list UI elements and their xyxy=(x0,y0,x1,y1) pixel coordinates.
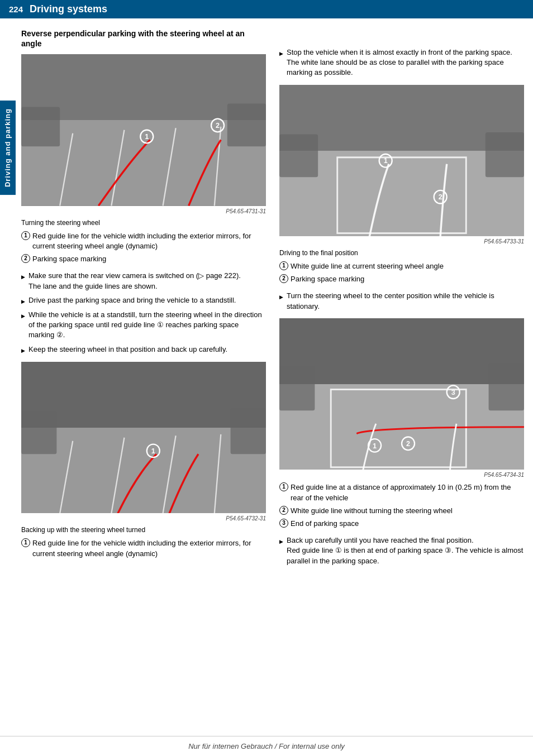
svg-rect-40 xyxy=(279,366,315,410)
right-list-item-1: 1 White guide line at current steering w… xyxy=(279,261,524,271)
svg-rect-21 xyxy=(231,408,266,454)
bullet-item-2: Drive past the parking space and bring t… xyxy=(21,295,266,306)
bullet-text-4: Keep the steering wheel in that position… xyxy=(28,344,227,355)
left-column: Reverse perpendicular parking with the s… xyxy=(21,28,266,570)
right-list-item-1-text: White guide line at current steering whe… xyxy=(291,261,524,271)
page-title: Driving systems xyxy=(30,3,107,15)
svg-rect-30 xyxy=(486,132,524,177)
sub-caption-1: Turning the steering wheel xyxy=(21,219,266,227)
right-list-item-2-text: Parking space marking xyxy=(291,274,524,284)
svg-rect-41 xyxy=(489,363,524,410)
list-item-3-text: Red guide line for the vehicle width inc… xyxy=(32,538,266,558)
camera-image-2: 1 xyxy=(21,362,266,514)
bullet-item-1: Make sure that the rear view camera is s… xyxy=(21,271,266,291)
img4-label: P54.65-4734-31 xyxy=(279,472,524,478)
right-bullet-icon-3 xyxy=(279,536,283,546)
right-list-item-3-text: Red guide line at a distance of approxim… xyxy=(291,482,524,503)
num-circle-1: 1 xyxy=(21,231,30,240)
right-num-4: 2 xyxy=(279,506,288,515)
right-column: Stop the vehicle when it is almost exact… xyxy=(279,28,524,570)
right-list-item-4: 2 White guide line without turning the s… xyxy=(279,506,524,516)
bullet-text-3: While the vehicle is at a standstill, tu… xyxy=(28,310,266,341)
page-number: 224 xyxy=(9,4,23,14)
camera-image-1: 1 2 xyxy=(21,54,266,206)
bullet-item-3: While the vehicle is at a standstill, tu… xyxy=(21,310,266,341)
right-list-item-4-text: White guide line without turning the ste… xyxy=(291,506,524,516)
list-item-3: 1 Red guide line for the vehicle width i… xyxy=(21,538,266,558)
list-item-2-text: Parking space marking xyxy=(32,254,266,264)
img1-label: P54.65-4731-31 xyxy=(21,208,266,214)
svg-text:2: 2 xyxy=(406,439,410,448)
right-list-item-5: 3 End of parking space xyxy=(279,519,524,529)
svg-text:1: 1 xyxy=(373,441,377,449)
svg-rect-12 xyxy=(21,362,266,428)
list-item-1-text: Red guide line for the vehicle width inc… xyxy=(32,231,266,251)
right-bullet-1: Stop the vehicle when it is almost exact… xyxy=(279,47,524,78)
header-bar: 224 Driving systems xyxy=(0,0,533,18)
right-bullet-3: Back up carefully until you have reached… xyxy=(279,535,524,566)
right-bullet-2: Turn the steering wheel to the center po… xyxy=(279,291,524,311)
right-num-1: 1 xyxy=(279,261,288,270)
bullet-icon-3 xyxy=(21,310,25,320)
page-wrapper: 224 Driving systems Driving and parking … xyxy=(0,0,533,756)
camera-image-3: 1 2 xyxy=(279,85,524,237)
num-circle-3: 1 xyxy=(21,538,30,547)
right-list-item-5-text: End of parking space xyxy=(291,519,524,529)
side-tab: Driving and parking xyxy=(0,101,16,195)
list-item-1: 1 Red guide line for the vehicle width i… xyxy=(21,231,266,251)
bullet-icon-2 xyxy=(21,296,25,306)
svg-text:1: 1 xyxy=(151,447,155,455)
bullet-item-4: Keep the steering wheel in that position… xyxy=(21,344,266,355)
right-list-item-2: 2 Parking space marking xyxy=(279,274,524,284)
svg-text:1: 1 xyxy=(384,156,388,165)
right-bullet-text-1: Stop the vehicle when it is almost exact… xyxy=(287,47,524,78)
sub-caption-3: Driving to the final position xyxy=(279,249,524,257)
img3-label: P54.65-4733-31 xyxy=(279,238,524,245)
right-bullet-icon-2 xyxy=(279,291,283,302)
svg-text:2: 2 xyxy=(439,193,442,201)
bullet-icon-4 xyxy=(21,345,25,355)
right-bullet-text-3: Back up carefully until you have reached… xyxy=(287,535,524,566)
svg-text:2: 2 xyxy=(216,121,220,130)
camera-image-4: 1 2 3 xyxy=(279,318,524,470)
right-num-2: 2 xyxy=(279,274,288,283)
section-title: Reverse perpendicular parking with the s… xyxy=(21,28,266,49)
svg-text:3: 3 xyxy=(451,388,455,396)
bullet-icon-1 xyxy=(21,271,25,281)
svg-rect-29 xyxy=(279,134,318,177)
svg-rect-11 xyxy=(227,104,266,147)
bullet-text-2: Drive past the parking space and bring t… xyxy=(28,295,236,305)
sub-caption-2: Backing up with the steering wheel turne… xyxy=(21,526,266,534)
right-bullet-text-2: Turn the steering wheel to the center po… xyxy=(287,291,524,311)
img2-label: P54.65-4732-31 xyxy=(21,515,266,521)
right-bullet-icon-1 xyxy=(279,48,283,58)
right-num-3: 1 xyxy=(279,482,288,491)
svg-text:1: 1 xyxy=(145,133,149,141)
num-circle-2: 2 xyxy=(21,254,30,263)
svg-rect-20 xyxy=(21,411,56,454)
bullet-text-1: Make sure that the rear view camera is s… xyxy=(28,271,241,291)
svg-rect-31 xyxy=(279,318,524,384)
footer: Nur für internen Gebrauch / For internal… xyxy=(0,736,533,756)
main-content: Reverse perpendicular parking with the s… xyxy=(0,18,533,570)
right-list-item-3: 1 Red guide line at a distance of approx… xyxy=(279,482,524,503)
list-item-2: 2 Parking space marking xyxy=(21,254,266,264)
right-num-5: 3 xyxy=(279,519,288,528)
svg-rect-10 xyxy=(21,107,60,147)
